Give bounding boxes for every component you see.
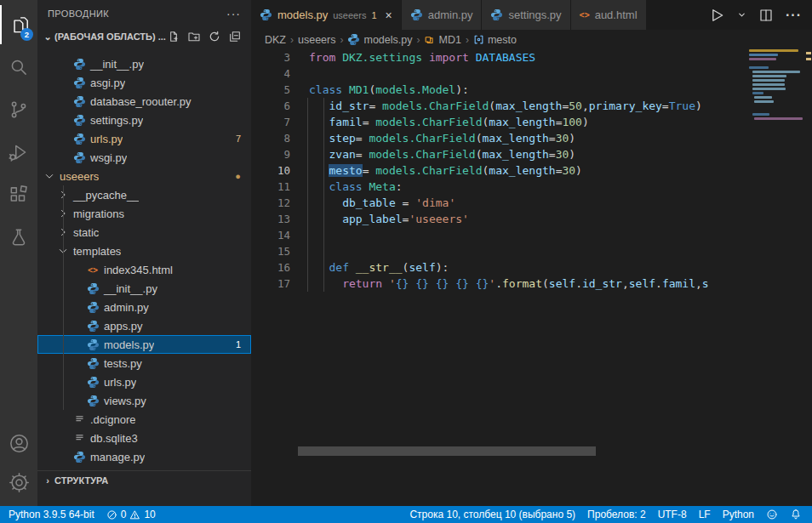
activity-search-icon[interactable]: [0, 48, 37, 87]
tree-item-useeers[interactable]: useeers●: [37, 167, 251, 185]
tree-item-apps-py[interactable]: apps.py: [37, 316, 251, 335]
status-language-mode[interactable]: Python: [723, 509, 754, 520]
status-python-interpreter[interactable]: Python 3.9.5 64-bit: [9, 509, 94, 520]
tree-item-manage-py[interactable]: manage.py: [37, 447, 251, 466]
tree-item-models-py[interactable]: models.py1: [37, 335, 251, 354]
tab-settings-py[interactable]: settings.py: [482, 0, 570, 30]
refresh-icon[interactable]: [207, 29, 222, 44]
activity-run-debug-icon[interactable]: [0, 133, 37, 172]
python-icon: [85, 338, 100, 351]
tree-item-settings-py[interactable]: settings.py: [37, 111, 251, 129]
new-file-icon[interactable]: [166, 29, 181, 44]
minimap[interactable]: [749, 49, 803, 151]
search-icon: [8, 56, 30, 78]
python-icon: [71, 451, 87, 463]
status-problems[interactable]: 010: [106, 509, 156, 520]
tab-label: models.py: [277, 9, 328, 21]
tree-item-database-roouter-py[interactable]: database_roouter.py: [37, 92, 251, 111]
code-line-text: app_label='useeers': [309, 211, 469, 227]
collapse-all-icon[interactable]: [227, 29, 243, 44]
file-icon: [71, 46, 87, 48]
breadcrumb-label: DKZ: [265, 34, 286, 46]
tab-admin-py[interactable]: admin.py: [402, 0, 483, 30]
tree-item-wsgi-py[interactable]: wsgi.py: [37, 148, 251, 167]
tree-item-indexelement[interactable]: indexElement: [37, 46, 251, 54]
breadcrumb-item-dkz[interactable]: DKZ: [265, 34, 286, 46]
tree-item-urls-py[interactable]: urls.py: [37, 372, 251, 391]
indent-guide: [323, 179, 324, 195]
activity-extensions-icon[interactable]: [0, 175, 37, 214]
activity-source-control-icon[interactable]: [0, 90, 37, 129]
tree-item--dcignore[interactable]: .dcignore: [37, 410, 251, 429]
breadcrumb-item-models-py[interactable]: models.py: [347, 33, 412, 46]
testing-icon: [8, 226, 30, 248]
close-icon[interactable]: ×: [386, 9, 392, 22]
tree-item-static[interactable]: static: [37, 223, 251, 242]
activity-account-icon[interactable]: [0, 424, 37, 463]
code-line-10: 10 mesto= models.CharField(max_length=30…: [251, 162, 749, 179]
run-button-icon[interactable]: [708, 7, 725, 24]
tree-item-label: admin.py: [100, 301, 149, 314]
indent-guide: [323, 98, 324, 114]
indent-guide: [63, 335, 64, 354]
outline-section[interactable]: › СТРУКТУРА: [37, 470, 251, 489]
status-eol[interactable]: LF: [699, 509, 711, 520]
tree-item-asgi-py[interactable]: asgi.py: [37, 73, 251, 92]
indent-guide: [307, 162, 308, 179]
code-editor[interactable]: 3from DKZ.settings import DATABASES45cla…: [251, 49, 749, 492]
overview-ruler[interactable]: [803, 30, 812, 506]
tree-item-migrations[interactable]: migrations: [37, 204, 251, 223]
indent-guide: [63, 372, 64, 391]
status-cursor-position[interactable]: Строка 10, столбец 10 (выбрано 5): [409, 509, 575, 520]
indent-guide: [307, 259, 308, 276]
horizontal-scrollbar[interactable]: [298, 446, 596, 456]
line-number: 16: [251, 259, 290, 276]
breadcrumb-separator: ›: [466, 34, 469, 46]
tree-item--pycache-[interactable]: __pycache__: [37, 185, 251, 204]
tree-item-badge: 1: [236, 339, 251, 350]
python-icon: [85, 376, 100, 389]
tab-models-py[interactable]: models.pyuseeers1×: [251, 0, 402, 30]
python-icon: [410, 9, 423, 21]
activity-testing-icon[interactable]: [0, 218, 37, 257]
tree-item-db-sqlite3[interactable]: db.sqlite3: [37, 429, 251, 447]
tree-item--init-py[interactable]: __init__.py: [37, 54, 251, 73]
status-encoding[interactable]: UTF-8: [658, 509, 687, 520]
code-line-text: mesto= models.CharField(max_length=30): [309, 162, 582, 179]
breadcrumb-label: models.py: [363, 34, 412, 46]
workspace-section-label[interactable]: (РАБОЧАЯ ОБЛАСТЬ) ...: [54, 31, 166, 42]
activity-settings-gear-icon[interactable]: [0, 463, 37, 502]
status-notifications-bell-icon[interactable]: [790, 509, 802, 520]
sidebar-more-actions-icon[interactable]: ···: [226, 7, 241, 20]
new-folder-icon[interactable]: [186, 29, 202, 44]
status-indentation[interactable]: Пробелов: 2: [587, 509, 646, 520]
code-line-8: 8 step= models.CharField(max_length=30): [251, 130, 749, 146]
breadcrumb-item-useeers[interactable]: useeers: [298, 34, 335, 46]
tree-item-admin-py[interactable]: admin.py: [37, 298, 251, 316]
code-line-16: 16 def __str__(self):: [251, 259, 749, 276]
tree-item-views-py[interactable]: views.py: [37, 391, 251, 410]
tab-aud-html[interactable]: <>aud.html: [571, 0, 647, 30]
minimap-line: [749, 62, 803, 65]
line-number: 9: [251, 146, 290, 162]
code-line-text: step= models.CharField(max_length=30): [309, 130, 575, 146]
breadcrumb-item-mesto[interactable]: mesto: [473, 34, 517, 46]
tree-item-tests-py[interactable]: tests.py: [37, 354, 251, 372]
more-actions-icon[interactable]: ···: [786, 8, 802, 23]
tree-item-templates[interactable]: templates: [37, 242, 251, 260]
code-line-text: return '{} {} {} {} {}'.format(self.id_s…: [309, 276, 709, 292]
run-dropdown-icon[interactable]: [737, 10, 746, 20]
indent-guide: [63, 223, 64, 242]
minimap-line: [749, 105, 803, 107]
split-editor-icon[interactable]: [758, 8, 774, 23]
tree-item--init-py[interactable]: __init__.py: [37, 279, 251, 298]
extensions-icon: [8, 184, 30, 206]
tree-item-label: __init__.py: [100, 282, 157, 295]
status-feedback-icon[interactable]: [766, 509, 778, 520]
chevron-down-icon[interactable]: ⌄: [41, 31, 54, 43]
tree-item-urls-py[interactable]: urls.py7: [37, 129, 251, 148]
activity-explorer-icon[interactable]: 2: [0, 5, 37, 44]
indent-guide: [307, 243, 308, 259]
tree-item-index345-html[interactable]: <>index345.html: [37, 260, 251, 279]
breadcrumb-item-md1[interactable]: MD1: [424, 34, 460, 46]
